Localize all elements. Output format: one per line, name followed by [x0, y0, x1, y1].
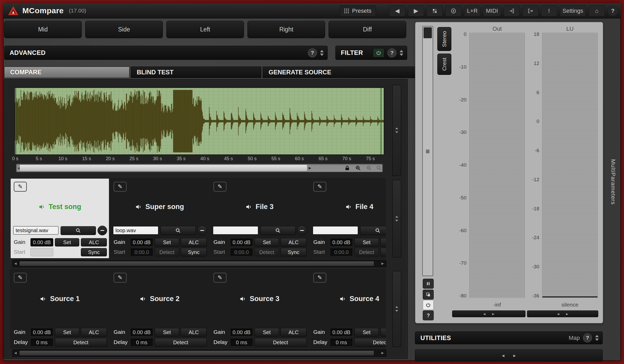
sync-button[interactable]: Sync: [380, 248, 386, 256]
waveform-vertical-scrollbar[interactable]: [392, 85, 401, 176]
gain-value[interactable]: 0.00 dB: [130, 328, 153, 336]
filename-input[interactable]: [213, 226, 258, 235]
lu-meter[interactable]: [542, 33, 598, 298]
alc-button[interactable]: ALC: [380, 328, 386, 336]
delay-value[interactable]: 0 ms: [130, 338, 153, 347]
waveform-scroll-thumb[interactable]: [20, 165, 307, 171]
set-gain-button[interactable]: Set: [155, 238, 179, 246]
remove-file-button[interactable]: [297, 226, 307, 235]
midi-button[interactable]: MIDI: [483, 5, 501, 16]
utilities-bar[interactable]: UTILITIES Map ?: [415, 332, 603, 344]
channel-mode-button[interactable]: L+R: [464, 5, 480, 16]
selection-end-line[interactable]: [381, 88, 381, 154]
alc-button[interactable]: ALC: [281, 328, 307, 336]
advanced-help-button[interactable]: ?: [308, 48, 317, 57]
gain-value[interactable]: 0.00 dB: [30, 328, 53, 336]
rename-button[interactable]: ✎: [313, 273, 326, 283]
zoom-in-button[interactable]: [354, 165, 362, 171]
playhead-start-line[interactable]: [15, 88, 16, 154]
detect-button[interactable]: Detect: [155, 248, 179, 256]
source-name-row[interactable]: Source 3: [210, 294, 309, 304]
waveform-zoom-scrollbar[interactable]: ◂ ▸: [16, 164, 383, 172]
set-gain-button[interactable]: Set: [354, 238, 379, 246]
advanced-collapse-spinner[interactable]: [320, 50, 324, 56]
scroll-right-icon[interactable]: ▸: [309, 165, 311, 171]
multiparameters-strip[interactable]: MultiParameters: [605, 3, 621, 361]
file-panel-4[interactable]: ✎ File 4 Gain 0.00 dB Set ALC: [310, 178, 386, 258]
filter-power-button[interactable]: [373, 48, 384, 57]
gain-value[interactable]: 0.00 dB: [30, 238, 53, 246]
remove-file-button[interactable]: [98, 226, 107, 235]
source-name-row[interactable]: Source 2: [110, 294, 209, 304]
file-name-row[interactable]: Test song: [11, 202, 109, 212]
set-gain-button[interactable]: Set: [354, 328, 379, 336]
scroll-left-icon[interactable]: ◂: [557, 311, 559, 317]
alc-button[interactable]: ALC: [81, 328, 107, 336]
set-gain-button[interactable]: Set: [55, 238, 79, 246]
file-name-row[interactable]: Super song: [110, 202, 209, 212]
filter-collapse-spinner[interactable]: [400, 50, 403, 56]
files-horizontal-scrollbar[interactable]: ◂ ▸: [12, 260, 386, 267]
gain-value[interactable]: 0.00 dB: [330, 328, 353, 336]
tab-compare[interactable]: COMPARE: [4, 67, 129, 78]
import-button[interactable]: [504, 5, 520, 16]
mode-button-mid[interactable]: Mid: [4, 21, 82, 38]
sync-button[interactable]: Sync: [281, 248, 307, 256]
filename-input[interactable]: loop.wav: [113, 226, 158, 235]
source-name-row[interactable]: Source 4: [310, 294, 386, 304]
scroll-left-icon[interactable]: ◂: [14, 350, 17, 356]
files-scroll-thumb[interactable]: [19, 261, 374, 266]
add-button[interactable]: [445, 5, 462, 16]
source-panel-3[interactable]: ✎ Source 3 Gain 0.00 dB Set ALC Delay 0 …: [210, 269, 309, 348]
meter-config-button[interactable]: [425, 149, 430, 155]
browse-button[interactable]: [260, 226, 296, 235]
scroll-right-icon[interactable]: ▸: [566, 311, 568, 317]
source-panel-1[interactable]: ✎ Source 1 Gain 0.00 dB Set ALC Delay 0 …: [10, 269, 109, 348]
scroll-left-icon[interactable]: ◂: [14, 261, 17, 266]
set-gain-button[interactable]: Set: [255, 238, 279, 246]
filter-help-button[interactable]: ?: [387, 48, 396, 57]
set-gain-button[interactable]: Set: [255, 328, 279, 336]
notifications-button[interactable]: !: [541, 5, 557, 16]
gain-value[interactable]: 0.00 dB: [230, 328, 253, 336]
source-panel-4[interactable]: ✎ Source 4 Gain 0.00 dB Set ALC Delay 0 …: [310, 269, 386, 348]
detect-button[interactable]: Detect: [255, 248, 279, 256]
sources-horizontal-scrollbar[interactable]: ◂ ▸: [12, 349, 386, 357]
meter-overlay-button[interactable]: [423, 290, 434, 300]
sources-scroll-thumb[interactable]: [19, 350, 374, 356]
detect-delay-button[interactable]: Detect: [55, 338, 107, 347]
browse-button[interactable]: [360, 226, 386, 235]
meter-pause-button[interactable]: [423, 279, 434, 289]
utilities-collapse-spinner[interactable]: [595, 335, 599, 341]
file-panel-3[interactable]: ✎ File 3 Gain 0.00 dB Set ALC: [210, 178, 309, 258]
scroll-right-icon[interactable]: ▸: [381, 350, 384, 356]
rename-button[interactable]: ✎: [213, 273, 226, 283]
zoom-reset-button[interactable]: [375, 165, 383, 171]
sync-button[interactable]: Sync: [181, 248, 207, 256]
rename-button[interactable]: ✎: [14, 273, 27, 283]
zoom-out-button[interactable]: [365, 165, 373, 171]
remove-file-button[interactable]: [197, 226, 207, 235]
browse-button[interactable]: [61, 226, 96, 235]
waveform-display[interactable]: [14, 87, 384, 155]
delay-value[interactable]: 0 ms: [30, 338, 53, 347]
scroll-left-icon[interactable]: ◂: [483, 311, 485, 317]
mode-button-diff[interactable]: Diff: [329, 21, 406, 38]
set-gain-button[interactable]: Set: [55, 328, 79, 336]
undo-button[interactable]: ◀: [389, 5, 405, 16]
alc-button[interactable]: ALC: [81, 238, 107, 246]
rename-button[interactable]: ✎: [114, 182, 127, 192]
sync-button[interactable]: Sync: [81, 248, 107, 256]
home-button[interactable]: ⌂: [589, 5, 605, 16]
ab-compare-button[interactable]: [427, 5, 443, 16]
scroll-right-icon[interactable]: ▸: [492, 311, 495, 317]
start-value[interactable]: 0:00.0: [230, 248, 253, 256]
start-value[interactable]: [30, 248, 53, 256]
browse-button[interactable]: [160, 226, 196, 235]
filename-input[interactable]: testsignal.wav: [13, 226, 58, 235]
out-meter[interactable]: [469, 33, 525, 298]
out-meter-range-bar[interactable]: ◂ ▸: [452, 310, 525, 317]
mode-button-side[interactable]: Side: [85, 21, 163, 38]
alc-button[interactable]: ALC: [281, 238, 307, 246]
tab-blind-test[interactable]: BLIND TEST: [131, 67, 261, 78]
